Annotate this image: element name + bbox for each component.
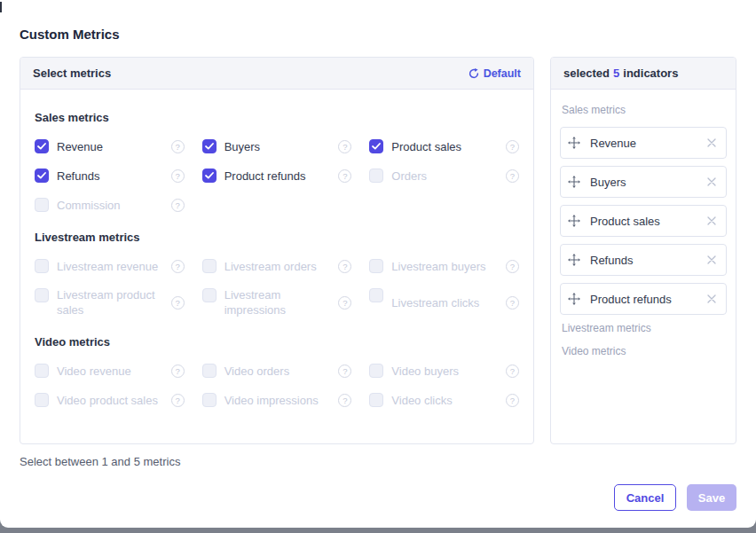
- metric-grid: Livestream revenue ? Livestream orders ?…: [35, 258, 519, 317]
- help-icon[interactable]: ?: [171, 169, 185, 183]
- remove-metric-icon[interactable]: [706, 294, 717, 304]
- reset-default-button[interactable]: Default: [469, 67, 521, 80]
- metric-option[interactable]: Product refunds ?: [202, 168, 352, 184]
- metric-option[interactable]: Video impressions ?: [202, 392, 352, 408]
- metric-section: Sales metrics Revenue ? Buyers ? Product…: [35, 111, 519, 213]
- metric-checkbox[interactable]: [35, 393, 49, 407]
- metric-option[interactable]: Orders ?: [369, 168, 519, 184]
- metric-grid: Revenue ? Buyers ? Product sales ? Refun…: [35, 138, 519, 213]
- selected-indicators-header: selected 5 indicators: [551, 58, 736, 90]
- select-metrics-header: Select metrics Default: [20, 58, 533, 90]
- selected-metric-card[interactable]: Revenue: [560, 127, 727, 159]
- metric-label: Livestream revenue: [57, 259, 163, 274]
- metric-checkbox[interactable]: [369, 393, 383, 407]
- metric-option[interactable]: Livestream impressions ?: [202, 287, 352, 317]
- selected-metric-card[interactable]: Refunds: [560, 244, 727, 276]
- metric-label: Commission: [57, 198, 163, 213]
- page-edge-artifact: [0, 2, 2, 12]
- metric-checkbox[interactable]: [202, 169, 217, 183]
- metric-option[interactable]: Livestream buyers ?: [369, 258, 519, 274]
- metric-option[interactable]: Livestream clicks ?: [369, 287, 519, 317]
- metric-label: Product refunds: [224, 169, 331, 184]
- metric-checkbox[interactable]: [35, 169, 49, 183]
- help-icon[interactable]: ?: [171, 296, 185, 310]
- help-icon[interactable]: ?: [338, 260, 351, 273]
- remove-metric-icon[interactable]: [706, 255, 717, 265]
- refresh-icon: [469, 68, 479, 79]
- help-icon[interactable]: ?: [506, 394, 519, 407]
- metric-checkbox[interactable]: [369, 364, 383, 378]
- indicator-group-label: Livestream metrics: [562, 322, 725, 334]
- metric-checkbox[interactable]: [35, 198, 49, 212]
- drag-handle-icon[interactable]: [568, 176, 580, 188]
- help-icon[interactable]: ?: [506, 364, 519, 378]
- metric-checkbox[interactable]: [369, 288, 383, 302]
- cancel-button[interactable]: Cancel: [614, 484, 676, 511]
- remove-metric-icon[interactable]: [706, 176, 717, 187]
- check-icon: [37, 143, 46, 150]
- metric-grid: Video revenue ? Video orders ? Video buy…: [35, 363, 519, 408]
- metric-option[interactable]: Video clicks ?: [369, 392, 519, 408]
- metric-checkbox[interactable]: [202, 259, 217, 273]
- metric-checkbox[interactable]: [202, 364, 217, 378]
- metric-checkbox[interactable]: [202, 393, 217, 407]
- help-icon[interactable]: ?: [338, 169, 351, 183]
- selected-metric-card[interactable]: Product sales: [560, 205, 727, 237]
- metric-label: Video orders: [224, 364, 331, 379]
- metric-option[interactable]: Refunds ?: [35, 168, 185, 184]
- metric-checkbox[interactable]: [35, 288, 49, 302]
- metric-checkbox[interactable]: [35, 364, 49, 378]
- remove-metric-icon[interactable]: [706, 216, 717, 226]
- metric-checkbox[interactable]: [35, 259, 49, 273]
- metric-option[interactable]: Video revenue ?: [35, 363, 185, 379]
- help-icon[interactable]: ?: [171, 260, 185, 273]
- metric-option[interactable]: Video product sales ?: [35, 392, 185, 408]
- metric-option[interactable]: Buyers ?: [202, 138, 352, 154]
- help-icon[interactable]: ?: [171, 394, 185, 407]
- metric-checkbox[interactable]: [369, 139, 383, 153]
- metric-option[interactable]: Revenue ?: [35, 138, 185, 154]
- metric-option[interactable]: Livestream product sales ?: [35, 287, 185, 317]
- help-icon[interactable]: ?: [506, 296, 519, 310]
- metric-checkbox[interactable]: [35, 139, 49, 153]
- metric-checkbox[interactable]: [202, 288, 217, 302]
- drag-handle-icon[interactable]: [568, 293, 580, 305]
- metric-label: Livestream product sales: [57, 287, 163, 317]
- metric-option[interactable]: Livestream orders ?: [202, 258, 352, 274]
- metric-checkbox[interactable]: [202, 139, 217, 153]
- help-icon[interactable]: ?: [506, 260, 519, 273]
- remove-metric-icon[interactable]: [706, 137, 717, 148]
- metric-label: Refunds: [57, 169, 163, 184]
- help-icon[interactable]: ?: [171, 199, 185, 212]
- metric-checkbox[interactable]: [369, 169, 383, 183]
- metric-option[interactable]: Livestream revenue ?: [35, 258, 185, 274]
- metric-label: Product sales: [391, 139, 498, 154]
- help-icon[interactable]: ?: [338, 394, 351, 407]
- selected-metric-label: Refunds: [590, 254, 697, 267]
- help-icon[interactable]: ?: [338, 296, 351, 310]
- drag-handle-icon[interactable]: [568, 215, 580, 227]
- metric-option[interactable]: Product sales ?: [369, 138, 519, 154]
- metric-option[interactable]: Video buyers ?: [369, 363, 519, 379]
- metric-label: Livestream impressions: [224, 287, 331, 317]
- drag-handle-icon[interactable]: [568, 254, 580, 266]
- help-icon[interactable]: ?: [506, 169, 519, 183]
- metric-option[interactable]: Commission ?: [35, 197, 185, 213]
- save-button[interactable]: Save: [687, 484, 736, 511]
- dialog-actions: Cancel Save: [614, 484, 736, 511]
- help-icon[interactable]: ?: [338, 364, 351, 378]
- help-icon[interactable]: ?: [338, 140, 351, 153]
- selected-indicators-panel: selected 5 indicators Sales metrics Reve…: [550, 57, 736, 444]
- selected-metric-card[interactable]: Buyers: [560, 166, 727, 198]
- selected-metric-card[interactable]: Product refunds: [560, 283, 727, 315]
- select-metrics-header-label: Select metrics: [33, 67, 111, 80]
- help-icon[interactable]: ?: [171, 364, 185, 378]
- check-icon: [205, 143, 214, 150]
- indicator-group-label: Video metrics: [562, 345, 725, 357]
- selected-prefix: selected: [563, 67, 610, 80]
- metric-option[interactable]: Video orders ?: [202, 363, 352, 379]
- metric-checkbox[interactable]: [369, 259, 383, 273]
- help-icon[interactable]: ?: [506, 140, 519, 153]
- help-icon[interactable]: ?: [171, 140, 185, 153]
- drag-handle-icon[interactable]: [568, 137, 580, 149]
